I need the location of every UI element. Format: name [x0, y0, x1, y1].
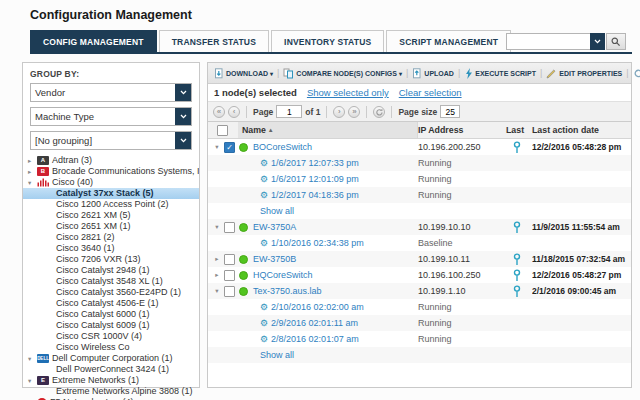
tree-item[interactable]: Extreme Networks Alpine 3808 (1) — [23, 386, 199, 397]
tree-item-catalyst-37xx-stack[interactable]: Catalyst 37xx Stack (5) — [23, 188, 199, 199]
config-link[interactable]: 2/10/2016 02:02:00 am — [271, 302, 364, 312]
table-row-ew-3750a[interactable]: ▾ EW-3750A 10.199.10.10 11/9/2015 11:55:… — [208, 219, 631, 235]
tree-item-extreme[interactable]: ▾EExtreme Networks (1) — [23, 375, 199, 386]
config-link[interactable]: 1/10/2016 02:34:38 pm — [271, 238, 364, 248]
tree-item-cisco[interactable]: ▾Cisco (40) — [23, 177, 199, 188]
config-link[interactable]: 2/9/2016 02:01:11 am — [271, 318, 358, 328]
config-row[interactable]: ⚙2/9/2016 02:01:11 am Running — [208, 315, 631, 331]
page-size-input[interactable] — [440, 105, 460, 118]
search-input[interactable] — [506, 33, 590, 50]
tab-script-management[interactable]: SCRIPT MANAGEMENT — [386, 30, 511, 52]
config-link[interactable]: 1/2/2017 04:18:36 pm — [271, 190, 359, 200]
show-all-row[interactable]: Show all — [208, 347, 631, 363]
node-link[interactable]: Tex-3750.aus.lab — [253, 286, 322, 296]
collapse-row-icon[interactable]: ▾ — [212, 287, 222, 295]
tree-item[interactable]: Cisco Catalyst 3560-E24PD (1) — [23, 287, 199, 298]
refresh-page-button[interactable] — [373, 106, 385, 118]
row-checkbox[interactable] — [224, 286, 235, 297]
group-by-select-1[interactable]: Vendor — [30, 83, 192, 102]
group-by-select-2[interactable]: Machine Type — [30, 107, 192, 126]
clear-selection-link[interactable]: Clear selection — [399, 87, 462, 98]
tab-transfer-status[interactable]: TRANSFER STATUS — [159, 30, 269, 52]
node-link[interactable]: EW-3750A — [253, 222, 296, 232]
config-row[interactable]: ⚙1/6/2017 12:07:33 pm Running — [208, 155, 631, 171]
node-link[interactable]: BOCoreSwitch — [253, 142, 312, 152]
show-all-row[interactable]: Show all — [208, 203, 631, 219]
tree-item[interactable]: Cisco 7206 VXR (13) — [23, 254, 199, 265]
row-checkbox[interactable] — [224, 222, 235, 233]
table-row-hqcoreswitch[interactable]: ▸ HQCoreSwitch 10.196.100.250 12/2/2016 … — [208, 267, 631, 283]
compare-configs-button[interactable]: COMPARE NODE(S) CONFIGS▾ — [280, 68, 405, 79]
collapse-row-icon[interactable]: ▾ — [212, 223, 222, 231]
search-dropdown-button[interactable] — [590, 33, 605, 50]
config-link[interactable]: 1/6/2017 12:07:33 pm — [271, 158, 359, 168]
first-page-button[interactable]: « — [213, 106, 225, 118]
chevron-right-icon[interactable]: ▸ — [28, 155, 37, 166]
table-row-ew-3750b[interactable]: ▸ EW-3750B 10.199.10.11 11/18/2015 07:32… — [208, 251, 631, 267]
row-checkbox[interactable] — [224, 270, 235, 281]
chevron-right-icon[interactable]: ▸ — [28, 166, 37, 177]
column-header-ip[interactable]: IP Address — [418, 125, 506, 135]
node-link[interactable]: HQCoreSwitch — [253, 270, 313, 280]
tree-item[interactable]: Cisco Catalyst 2948 (1) — [23, 265, 199, 276]
upload-button[interactable]: UPLOAD — [409, 68, 457, 79]
tree-item-adtran[interactable]: ▸AAdtran (3) — [23, 155, 199, 166]
select-all-checkbox[interactable] — [217, 125, 228, 136]
status-up-icon — [239, 143, 248, 152]
edit-properties-button[interactable]: EDIT PROPERTIES — [543, 68, 625, 79]
chevron-down-icon[interactable]: ▾ — [28, 375, 37, 386]
tree-item[interactable]: Cisco 1200 Access Point (2) — [23, 199, 199, 210]
dell-logo-icon: DELL — [37, 354, 49, 363]
column-header-last[interactable]: Last — [506, 125, 532, 135]
config-row[interactable]: ⚙1/10/2016 02:34:38 pm Baseline — [208, 235, 631, 251]
config-row[interactable]: ⚙1/2/2017 04:18:36 pm Running — [208, 187, 631, 203]
column-header-name[interactable]: Name▴ — [238, 122, 418, 138]
group-by-select-3[interactable]: [No grouping] — [30, 131, 192, 150]
row-checkbox[interactable] — [224, 254, 235, 265]
execute-script-button[interactable]: EXECUTE SCRIPT — [461, 68, 539, 79]
expand-row-icon[interactable]: ▸ — [212, 271, 222, 279]
chevron-down-icon[interactable]: ▾ — [28, 177, 37, 188]
config-row[interactable]: ⚙1/6/2017 12:01:09 pm Running — [208, 171, 631, 187]
config-link[interactable]: 1/6/2017 12:01:09 pm — [271, 174, 359, 184]
show-selected-only-link[interactable]: Show selected only — [307, 87, 389, 98]
table-row-tex-3750[interactable]: ▾ Tex-3750.aus.lab 10.199.1.10 2/1/2016 … — [208, 283, 631, 299]
tree-item[interactable]: Cisco 2621 XM (5) — [23, 210, 199, 221]
expand-row-icon[interactable]: ▸ — [212, 255, 222, 263]
collapse-row-icon[interactable]: ▾ — [212, 143, 222, 151]
node-link[interactable]: EW-3750B — [253, 254, 296, 264]
tree-item[interactable]: Dell PowerConnect 3424 (1) — [23, 364, 199, 375]
tree-item-brocade[interactable]: ▸BBrocade Communications Systems, Inc. (… — [23, 166, 199, 177]
config-icon: ⚙ — [260, 174, 268, 184]
tab-config-management[interactable]: CONFIG MANAGEMENT — [30, 30, 157, 52]
table-row-bocoreswitch[interactable]: ▾ ✓ BOCoreSwitch 10.196.200.250 12/2/201… — [208, 139, 631, 155]
download-button[interactable]: DOWNLOAD▾ — [211, 68, 276, 79]
transfer-status-pin-icon — [512, 253, 522, 266]
tree-item[interactable]: Cisco Catalyst 6000 (1) — [23, 309, 199, 320]
next-page-button[interactable]: › — [333, 106, 345, 118]
previous-page-button[interactable]: ‹ — [228, 106, 240, 118]
tree-item[interactable]: Cisco 2651 XM (1) — [23, 221, 199, 232]
config-link[interactable]: 2/8/2016 02:01:07 am — [271, 334, 359, 344]
search-button[interactable] — [606, 33, 626, 50]
config-icon: ⚙ — [260, 238, 268, 248]
chevron-down-icon[interactable]: ▾ — [28, 353, 37, 364]
last-page-button[interactable]: » — [348, 106, 360, 118]
config-row[interactable]: ⚙2/10/2016 02:02:00 am Running — [208, 299, 631, 315]
tree-item-dell[interactable]: ▾DELLDell Computer Corporation (1) — [23, 353, 199, 364]
tab-inventory-status[interactable]: INVENTORY STATUS — [271, 30, 384, 52]
show-all-link[interactable]: Show all — [260, 350, 294, 360]
row-checkbox[interactable]: ✓ — [224, 142, 235, 153]
tree-item[interactable]: Cisco CSR 1000V (4) — [23, 331, 199, 342]
config-row[interactable]: ⚙2/8/2016 02:01:07 am Running — [208, 331, 631, 347]
update-button[interactable]: UPDATE — [630, 68, 640, 79]
tree-item[interactable]: Cisco Wireless Co — [23, 342, 199, 353]
tree-item[interactable]: Cisco Catalyst 4506-E (1) — [23, 298, 199, 309]
tree-item[interactable]: Cisco 2821 (2) — [23, 232, 199, 243]
column-header-last-action[interactable]: Last action date — [532, 125, 631, 135]
tree-item[interactable]: Cisco 3640 (1) — [23, 243, 199, 254]
tree-item[interactable]: Cisco Catalyst 6009 (1) — [23, 320, 199, 331]
tree-item[interactable]: Cisco Catalyst 3548 XL (1) — [23, 276, 199, 287]
show-all-link[interactable]: Show all — [260, 206, 294, 216]
page-number-input[interactable] — [276, 105, 302, 118]
